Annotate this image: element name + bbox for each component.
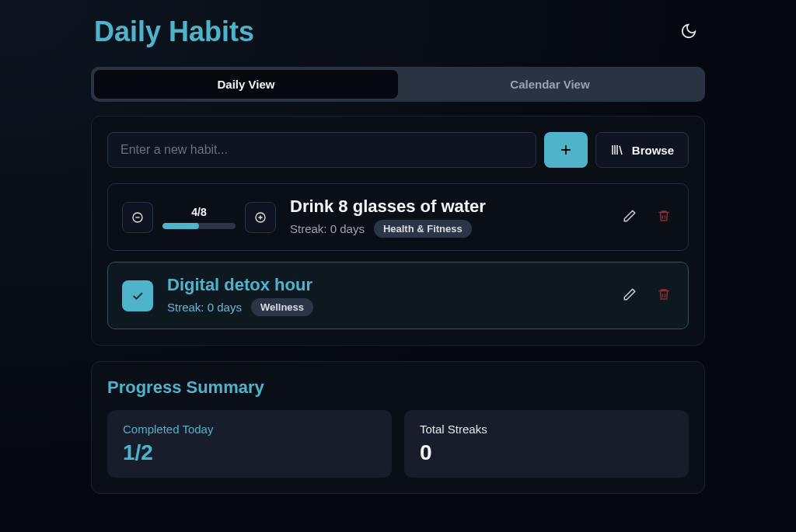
- summary-card-completed: Completed Today 1/2: [107, 410, 392, 478]
- delete-habit-button[interactable]: [654, 284, 674, 307]
- tab-calendar-view[interactable]: Calendar View: [398, 70, 702, 99]
- summary-panel: Progress Summary Completed Today 1/2 Tot…: [91, 361, 705, 494]
- habit-streak: Streak: 0 days: [167, 301, 242, 314]
- habit-name: Digital detox hour: [167, 275, 606, 295]
- summary-label: Total Streaks: [420, 422, 673, 436]
- page-title: Daily Habits: [94, 16, 254, 48]
- theme-toggle-button[interactable]: [676, 18, 702, 47]
- habit-name: Drink 8 glasses of water: [290, 196, 606, 217]
- library-icon: [610, 143, 624, 157]
- plus-icon: [558, 142, 574, 158]
- edit-habit-button[interactable]: [620, 284, 640, 307]
- summary-value: 0: [420, 440, 673, 465]
- trash-icon: [657, 209, 671, 223]
- browse-button[interactable]: Browse: [595, 132, 689, 168]
- habit-category-badge: Wellness: [251, 298, 313, 316]
- trash-icon: [657, 287, 671, 301]
- habit-streak: Streak: 0 days: [290, 222, 365, 235]
- increment-button[interactable]: [245, 202, 276, 233]
- tab-daily-view[interactable]: Daily View: [94, 70, 398, 99]
- summary-card-streaks: Total Streaks 0: [404, 410, 689, 478]
- delete-habit-button[interactable]: [654, 206, 674, 228]
- pencil-icon: [623, 287, 637, 301]
- habits-panel: Browse 4/8 Drink 8 glasses of water: [91, 116, 705, 346]
- counter-value: 4/8: [191, 206, 206, 218]
- edit-habit-button[interactable]: [620, 206, 640, 228]
- moon-icon: [680, 23, 697, 40]
- habit-card: 4/8 Drink 8 glasses of water Streak: 0 d…: [107, 183, 689, 251]
- browse-label: Browse: [632, 144, 674, 157]
- summary-title: Progress Summary: [107, 377, 689, 398]
- progress-bar: [162, 223, 236, 229]
- new-habit-input[interactable]: [107, 132, 536, 168]
- summary-value: 1/2: [123, 440, 376, 465]
- view-tabs: Daily View Calendar View: [91, 67, 705, 102]
- toggle-complete-button[interactable]: [122, 280, 153, 311]
- pencil-icon: [623, 209, 637, 223]
- habit-card: Digital detox hour Streak: 0 days Wellne…: [107, 262, 689, 329]
- plus-circle-icon: [254, 211, 267, 224]
- decrement-button[interactable]: [122, 202, 153, 233]
- check-icon: [131, 289, 145, 303]
- add-habit-button[interactable]: [544, 132, 588, 168]
- minus-circle-icon: [131, 211, 144, 224]
- summary-label: Completed Today: [123, 422, 376, 436]
- habit-category-badge: Health & Fitness: [374, 220, 472, 238]
